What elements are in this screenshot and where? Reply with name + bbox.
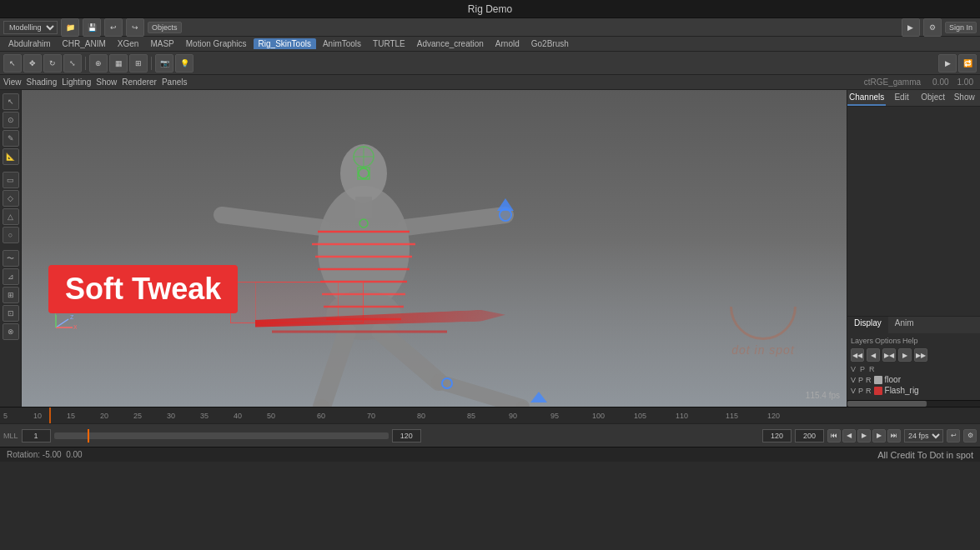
undo-icon[interactable]: ↩ [104, 18, 123, 37]
view-menu-view[interactable]: View [3, 78, 22, 87]
timeline-range[interactable] [54, 432, 389, 439]
svg-text:Z: Z [70, 314, 74, 320]
svg-text:X: X [73, 324, 77, 330]
options-btn[interactable]: Options [875, 337, 901, 345]
play-backward-end[interactable]: ◀◀ [851, 348, 864, 362]
tool-select[interactable]: ↖ [3, 93, 19, 110]
fps-select[interactable]: 24 fps [904, 429, 943, 442]
layer-flash-rig[interactable]: V P R Flash_rig [851, 386, 977, 395]
pb-prev-key[interactable]: ⏮ [827, 429, 841, 442]
tab-arnold[interactable]: Arnold [490, 38, 525, 49]
tab-abdulrahim[interactable]: Abdulrahim [3, 38, 56, 49]
tool-curve[interactable]: 〜 [3, 250, 19, 267]
current-frame-input[interactable] [22, 429, 51, 442]
tool-shape4[interactable]: ○ [3, 227, 19, 243]
snap-icon[interactable]: ⊕ [89, 54, 108, 72]
tab-go2brush[interactable]: Go2Brush [526, 38, 574, 49]
play-forward[interactable]: ▶ [898, 348, 912, 362]
tool-shape2[interactable]: ◇ [3, 190, 19, 207]
file-icon[interactable]: 📁 [61, 18, 79, 37]
right-scrollbar[interactable] [847, 400, 980, 407]
floor-p: P [858, 376, 863, 384]
right-sub-panel: Display Anim Layers Options Help ◀◀ ◀ ▶◀… [847, 316, 980, 400]
sub-tab-anim[interactable]: Anim [888, 317, 921, 333]
scale-icon[interactable]: ⤡ [63, 54, 82, 72]
play-backward[interactable]: ◀ [867, 348, 880, 362]
play-pause[interactable]: ▶◀ [882, 348, 896, 362]
render-icon[interactable]: ▶ [902, 18, 920, 37]
magnet-icon[interactable]: ⊞ [129, 54, 148, 72]
tool-rig2[interactable]: ⊡ [3, 305, 19, 322]
tab-motion-graphics[interactable]: Motion Graphics [181, 38, 252, 49]
pb-play-stop[interactable]: ▶ [857, 429, 871, 442]
view-menu-shading[interactable]: Shading [27, 78, 58, 87]
tab-masp[interactable]: MASP [145, 38, 178, 49]
help-btn[interactable]: Help [902, 337, 918, 345]
right-tab-channels[interactable]: Channels [847, 90, 886, 106]
right-tab-object[interactable]: Object [917, 90, 949, 106]
objects-btn[interactable]: Objects [148, 22, 182, 33]
view-menu-lighting[interactable]: Lighting [62, 78, 91, 87]
playback-end-input[interactable] [795, 429, 824, 442]
loop-icon[interactable]: 🔁 [958, 54, 977, 72]
tool-deform[interactable]: ⊿ [3, 268, 19, 285]
camera-icon[interactable]: 📷 [155, 54, 173, 72]
save-icon[interactable]: 💾 [83, 18, 101, 37]
view-menu: View Shading Lighting Show Renderer Pane… [0, 75, 980, 90]
camera-label: ctRGE_gamma [864, 78, 921, 87]
play-forward-end[interactable]: ▶▶ [914, 348, 927, 362]
layers-btn[interactable]: Layers [851, 337, 873, 345]
tab-advance-creation[interactable]: Advance_creation [412, 38, 489, 49]
title-bar: Rig Demo [0, 0, 980, 18]
tool-paint[interactable]: ✎ [3, 130, 19, 147]
view-menu-renderer[interactable]: Renderer [122, 78, 157, 87]
layer-floor[interactable]: V P R floor [851, 375, 977, 384]
mode-dropdown[interactable]: Modelling [3, 21, 58, 34]
select-icon[interactable]: ↖ [3, 54, 22, 72]
settings-timeline-btn[interactable]: ⚙ [963, 429, 977, 442]
pb-next-key[interactable]: ⏭ [887, 429, 901, 442]
pb-next-frame[interactable]: ▶ [872, 429, 886, 442]
undo-timeline-btn[interactable]: ↩ [947, 429, 960, 442]
move-icon[interactable]: ✥ [23, 54, 42, 72]
svg-text:50: 50 [267, 412, 275, 420]
svg-text:40: 40 [234, 412, 242, 420]
svg-rect-42 [0, 408, 980, 423]
tab-animtools[interactable]: AnimTools [318, 38, 366, 49]
pb-prev-frame[interactable]: ◀ [842, 429, 856, 442]
timeline-ruler: 5 10 15 20 25 30 35 40 50 60 70 80 85 90… [0, 407, 980, 423]
flash-p: P [858, 387, 863, 395]
tab-turtle[interactable]: TURTLE [368, 38, 410, 49]
tool-bone[interactable]: ⊗ [3, 323, 19, 340]
tool-rig1[interactable]: ⊞ [3, 287, 19, 303]
icon-toolbar: ↖ ✥ ↻ ⤡ ⊕ ▦ ⊞ 📷 💡 ▶ 🔁 [0, 52, 980, 75]
sign-in-btn[interactable]: Sign In [945, 22, 977, 33]
menu-tabs: Abdulrahim CHR_ANIM XGen MASP Motion Gra… [0, 37, 980, 52]
playback-start-input[interactable] [762, 429, 792, 442]
svg-text:5: 5 [3, 412, 8, 420]
rotate-icon[interactable]: ↻ [43, 54, 62, 72]
tab-chr-anim[interactable]: CHR_ANIM [58, 38, 111, 49]
flash-color [874, 387, 882, 395]
svg-text:120: 120 [767, 412, 780, 420]
tool-shape1[interactable]: ▭ [3, 172, 19, 188]
sub-tab-display[interactable]: Display [847, 317, 888, 333]
playback-icon[interactable]: ▶ [938, 54, 957, 72]
flash-name: Flash_rig [885, 386, 919, 395]
view-menu-show[interactable]: Show [96, 78, 117, 87]
right-tab-edit[interactable]: Edit [886, 90, 917, 106]
redo-icon[interactable]: ↪ [126, 18, 144, 37]
tool-measure[interactable]: 📐 [3, 148, 19, 165]
range-end-input[interactable] [392, 429, 421, 442]
layer-header: V P R [851, 365, 977, 373]
settings-icon[interactable]: ⚙ [923, 18, 942, 37]
tab-xgen[interactable]: XGen [113, 38, 144, 49]
light-icon[interactable]: 💡 [175, 54, 193, 72]
view-menu-panels[interactable]: Panels [162, 78, 188, 87]
tool-lasso[interactable]: ⊙ [3, 112, 19, 128]
grid-icon[interactable]: ▦ [109, 54, 128, 72]
tool-shape3[interactable]: △ [3, 208, 19, 225]
right-tab-show[interactable]: Show [948, 90, 980, 106]
svg-line-3 [222, 215, 322, 228]
tab-rig-skintools[interactable]: Rig_SkinTools [254, 38, 316, 49]
